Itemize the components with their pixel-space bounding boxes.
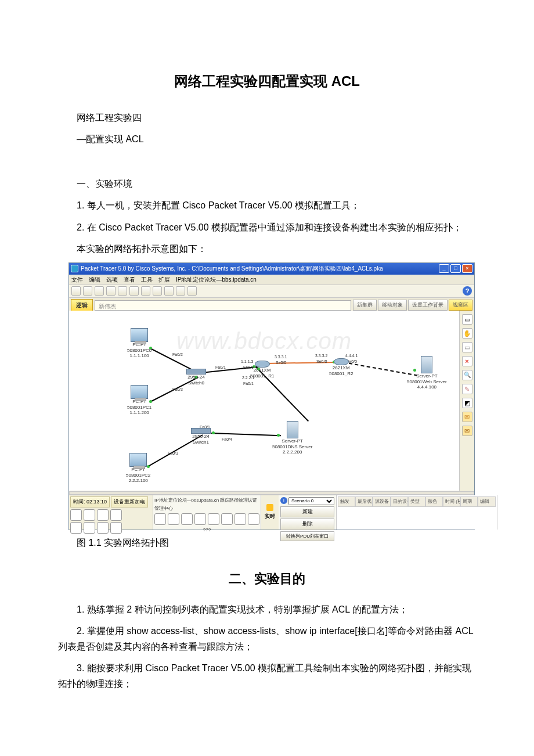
- menu-options[interactable]: 选项: [106, 275, 118, 285]
- toolbar-print-icon[interactable]: [106, 286, 116, 296]
- toolbar-copy-icon[interactable]: [118, 286, 127, 296]
- draw-tool-icon[interactable]: [462, 384, 472, 394]
- realtime-icon: [266, 504, 273, 511]
- device-model-icon[interactable]: [168, 513, 179, 525]
- if-label: Fa0/1: [243, 380, 254, 387]
- toolbar: ?: [69, 285, 474, 298]
- menu-file[interactable]: 文件: [71, 275, 83, 285]
- device-pc1[interactable]: PC-PT 508001PC1 1.1.1.200: [127, 385, 151, 416]
- toolbar-undo-icon[interactable]: [141, 286, 150, 296]
- device-model-icon[interactable]: [181, 513, 193, 525]
- viewport-button[interactable]: 视窗区: [449, 300, 472, 311]
- if-label: Fa0/2: [172, 351, 183, 358]
- if-label: Se0/0: [316, 358, 327, 365]
- topology-canvas[interactable]: www.bdocx.com: [69, 311, 459, 491]
- pdu-table: 触发 最后状态 源设备 目的设备 类型 颜色 时间 (秒) 周期 编辑: [337, 495, 497, 530]
- toolbar-zoomin-icon[interactable]: [164, 286, 174, 296]
- set-bg-button[interactable]: 设置工作背景: [408, 300, 448, 311]
- section1-p3: 本实验的网络拓扑示意图如下：: [58, 241, 476, 257]
- realtime-toggle[interactable]: 实时: [261, 495, 279, 530]
- device-model-icon[interactable]: [208, 513, 219, 525]
- pdu-table-header: 触发 最后状态 源设备 目的设备 类型 颜色 时间 (秒) 周期 编辑: [338, 496, 496, 507]
- move-tool-icon[interactable]: [462, 328, 472, 339]
- intro-line-1: 网络工程实验四: [58, 110, 476, 125]
- toolbar-paste-icon[interactable]: [129, 286, 139, 296]
- device-category-wan-icon[interactable]: [97, 522, 109, 534]
- device-r1[interactable]: 2621XM 508001_R1: [250, 361, 274, 379]
- router-icon: [334, 358, 349, 365]
- resize-tool-icon[interactable]: ◩: [462, 398, 472, 408]
- if-label: Fa0/4: [222, 436, 232, 443]
- workspace: www.bdocx.com: [69, 311, 474, 491]
- device-label: Switch1: [191, 440, 211, 445]
- device-pc2[interactable]: PC-PT 508001PC2 2.2.2.100: [126, 453, 150, 484]
- device-model-icon[interactable]: [234, 513, 246, 525]
- device-type-label: 2950-24: [191, 434, 211, 440]
- menu-edit[interactable]: 编辑: [89, 275, 100, 285]
- server-icon: [287, 421, 298, 438]
- tab-logic[interactable]: 逻辑: [71, 299, 93, 311]
- device-category-routers-icon[interactable]: [70, 509, 82, 521]
- help-icon[interactable]: ?: [463, 286, 472, 296]
- pc-icon: [129, 453, 147, 467]
- section1-heading: 一、实验环境: [58, 176, 476, 192]
- device-sw0[interactable]: 2950-24 Switch0: [186, 369, 206, 386]
- power-cycle-button[interactable]: 设备重新加电: [111, 496, 148, 507]
- maximize-button[interactable]: □: [450, 264, 461, 273]
- toolbar-redo-icon[interactable]: [153, 286, 162, 296]
- device-category-custom-icon[interactable]: [110, 522, 122, 534]
- toolbar-open-icon[interactable]: [83, 286, 92, 296]
- toolbar-save-icon[interactable]: [95, 286, 104, 296]
- device-label: Switch0: [186, 380, 206, 386]
- status-bar: 时间: 02:13:10 设备重新加电 IP地址定位论坛—bbs.ipdata.…: [69, 495, 474, 530]
- close-button[interactable]: ×: [462, 264, 472, 273]
- device-r2[interactable]: 2621XM 508001_R2: [329, 358, 353, 376]
- realtime-label: 实时: [265, 512, 275, 521]
- device-dns[interactable]: Server-PT 508001DNS Server 2.2.2.200: [272, 421, 312, 455]
- device-label: 508001PC2: [126, 473, 150, 478]
- window-title-text: Packet Tracer 5.0 by Cisco Systems, Inc.…: [81, 264, 439, 273]
- complex-pdu-tool-icon[interactable]: [462, 426, 472, 436]
- device-category-connections-icon[interactable]: [70, 522, 82, 534]
- minimize-button[interactable]: _: [439, 264, 449, 273]
- menu-bar: 文件 编辑 选项 查看 工具 扩展 IP地址定位论坛—bbs.ipdata.cn: [69, 275, 474, 285]
- if-label: Fa0/1: [215, 364, 226, 371]
- scenario-select[interactable]: Scenario 0: [288, 497, 334, 505]
- toolbar-zoomreset-icon[interactable]: [176, 286, 185, 296]
- device-model-icon[interactable]: [194, 513, 206, 525]
- app-icon: [71, 265, 78, 272]
- delete-tool-icon[interactable]: ×: [462, 356, 472, 366]
- tab-bar: 逻辑 新伟杰 新集群 移动对象 设置工作背景 视窗区: [69, 298, 474, 311]
- device-label: 508001PC0: [127, 348, 151, 354]
- device-category-end-icon[interactable]: [84, 522, 95, 534]
- scenario-delete-button[interactable]: 删除: [280, 519, 334, 530]
- device-category-wireless-icon[interactable]: [110, 509, 122, 521]
- toolbar-new-icon[interactable]: [71, 286, 81, 296]
- menu-ext[interactable]: 扩展: [158, 275, 170, 285]
- figure-caption: 图 1.1 实验网络拓扑图: [58, 535, 476, 550]
- device-label: 508001Web Server: [407, 379, 447, 385]
- select-tool-icon[interactable]: ▭: [462, 314, 472, 325]
- device-ip: 1.1.1.200: [127, 410, 151, 416]
- toggle-pdu-button[interactable]: 转换列PDU列表窗口: [280, 531, 334, 542]
- device-sw1[interactable]: 2950-24 Switch1: [191, 428, 211, 445]
- scenario-new-button[interactable]: 新建: [280, 506, 334, 517]
- new-cluster-button[interactable]: 新集群: [353, 300, 377, 311]
- device-model-icon[interactable]: [221, 513, 233, 525]
- device-pc0[interactable]: PC-PT 508001PC0 1.1.1.100: [127, 328, 151, 359]
- device-model-icon[interactable]: [154, 513, 166, 525]
- menu-forum[interactable]: IP地址定位论坛—bbs.ipdata.cn: [176, 275, 257, 285]
- device-type-label: 2621XM: [329, 365, 353, 371]
- device-model-icon[interactable]: [248, 513, 259, 525]
- inspect-tool-icon[interactable]: [462, 370, 472, 380]
- move-object-button[interactable]: 移动对象: [378, 300, 407, 311]
- device-category-hubs-icon[interactable]: [97, 509, 109, 521]
- device-web[interactable]: Server-PT 508001Web Server 4.4.4.100: [407, 356, 447, 390]
- toolbar-zoomout-icon[interactable]: [187, 286, 197, 296]
- device-category-switches-icon[interactable]: [84, 509, 95, 521]
- menu-tools[interactable]: 工具: [141, 275, 153, 285]
- simple-pdu-tool-icon[interactable]: [462, 412, 472, 422]
- status-ip-label: IP地址定位论坛—bbs.ipdata.cn 跟踪路径物理认证管理中心: [154, 496, 259, 512]
- note-tool-icon[interactable]: [462, 342, 472, 352]
- menu-view[interactable]: 查看: [124, 275, 135, 285]
